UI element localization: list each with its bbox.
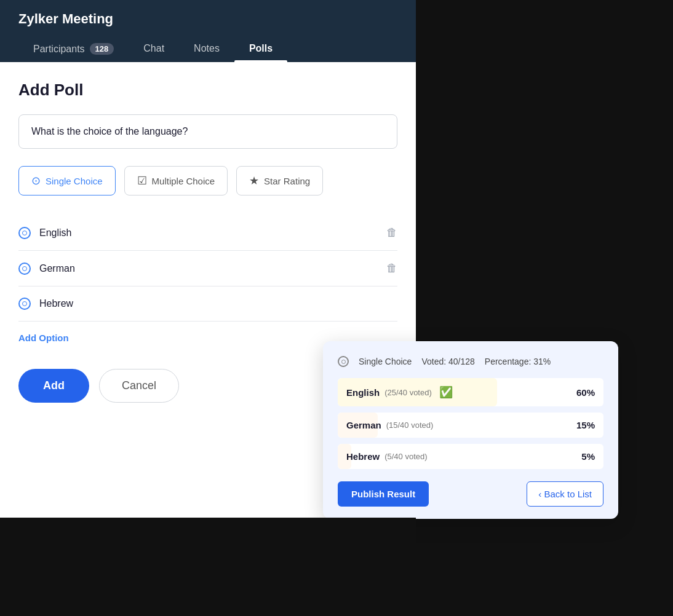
result-pct-hebrew: 5% — [581, 451, 595, 462]
single-choice-icon: ⊙ — [31, 174, 41, 188]
result-bar-english: English (25/40 voted) ✅ 60% — [338, 378, 603, 406]
option-row-hebrew: Hebrew — [18, 286, 397, 322]
options-list: English 🗑 German 🗑 Hebrew — [18, 215, 397, 322]
results-percentage: Percentage: 31% — [485, 357, 551, 366]
add-poll-button[interactable]: Add — [18, 369, 89, 403]
delete-option-german[interactable]: 🗑 — [386, 262, 397, 275]
result-content-hebrew: Hebrew (5/40 voted) — [346, 451, 575, 462]
results-card: Single Choice Voted: 40/128 Percentage: … — [323, 341, 618, 519]
result-bar-german: German (15/40 voted) 15% — [338, 413, 603, 438]
delete-option-english[interactable]: 🗑 — [386, 226, 397, 239]
result-lang-hebrew: Hebrew — [346, 451, 380, 462]
result-content-english: English (25/40 voted) ✅ — [346, 385, 570, 399]
multiple-choice-label: Multiple Choice — [152, 176, 215, 186]
result-lang-english: English — [346, 387, 380, 398]
star-rating-label: Star Rating — [264, 176, 310, 186]
results-radio-inner — [341, 360, 346, 364]
option-label-hebrew: Hebrew — [39, 298, 397, 309]
tab-chat[interactable]: Chat — [129, 37, 179, 62]
dark-right-bg — [416, 0, 673, 616]
poll-types: ⊙ Single Choice ☑ Multiple Choice ★ Star… — [18, 166, 397, 195]
single-choice-label: Single Choice — [46, 176, 103, 186]
star-rating-icon: ★ — [249, 174, 259, 188]
multiple-choice-icon: ☑ — [137, 174, 147, 188]
header: Zylker Meeting Participants 128 Chat Not… — [0, 0, 416, 62]
results-header: Single Choice Voted: 40/128 Percentage: … — [338, 356, 603, 367]
results-type: Single Choice — [359, 357, 412, 366]
cancel-button[interactable]: Cancel — [99, 369, 179, 403]
option-row-german: German 🗑 — [18, 251, 397, 286]
poll-type-star[interactable]: ★ Star Rating — [236, 166, 323, 195]
option-row-english: English 🗑 — [18, 215, 397, 251]
poll-type-single[interactable]: ⊙ Single Choice — [18, 166, 116, 195]
result-votes-english: (25/40 voted) — [384, 388, 432, 397]
back-to-list-button[interactable]: ‹ Back to List — [527, 481, 603, 507]
option-label-english: English — [39, 227, 378, 239]
participants-badge: 128 — [90, 43, 114, 55]
page-title: Add Poll — [18, 81, 397, 100]
tabs-nav: Participants 128 Chat Notes Polls — [18, 37, 397, 62]
tab-polls[interactable]: Polls — [234, 37, 287, 62]
result-bar-hebrew: Hebrew (5/40 voted) 5% — [338, 444, 603, 469]
result-votes-hebrew: (5/40 voted) — [384, 452, 427, 461]
result-bars: English (25/40 voted) ✅ 60% German (15/4… — [338, 378, 603, 469]
result-pct-german: 15% — [576, 420, 595, 430]
option-radio-inner-english — [22, 231, 27, 235]
option-radio-hebrew — [18, 298, 31, 310]
option-radio-inner-hebrew — [22, 301, 27, 306]
option-label-german: German — [39, 263, 378, 274]
result-pct-english: 60% — [576, 387, 595, 398]
question-input[interactable] — [18, 114, 397, 149]
tab-notes[interactable]: Notes — [179, 37, 234, 62]
option-radio-german — [18, 263, 31, 275]
tab-participants-label: Participants — [33, 44, 85, 55]
result-content-german: German (15/40 voted) — [346, 420, 570, 430]
dark-bottom-bg — [0, 518, 416, 616]
poll-type-multiple[interactable]: ☑ Multiple Choice — [124, 166, 228, 195]
option-radio-inner-german — [22, 266, 27, 271]
result-votes-german: (15/40 voted) — [386, 421, 434, 430]
option-radio-english — [18, 227, 31, 239]
results-footer: Publish Result ‹ Back to List — [338, 481, 603, 507]
result-lang-german: German — [346, 420, 381, 430]
results-radio-icon — [338, 356, 349, 367]
publish-result-button[interactable]: Publish Result — [338, 481, 429, 507]
tab-participants[interactable]: Participants 128 — [18, 37, 129, 62]
results-voted: Voted: 40/128 — [421, 357, 474, 366]
app-title: Zylker Meeting — [18, 11, 397, 27]
winner-check-english: ✅ — [439, 385, 453, 399]
